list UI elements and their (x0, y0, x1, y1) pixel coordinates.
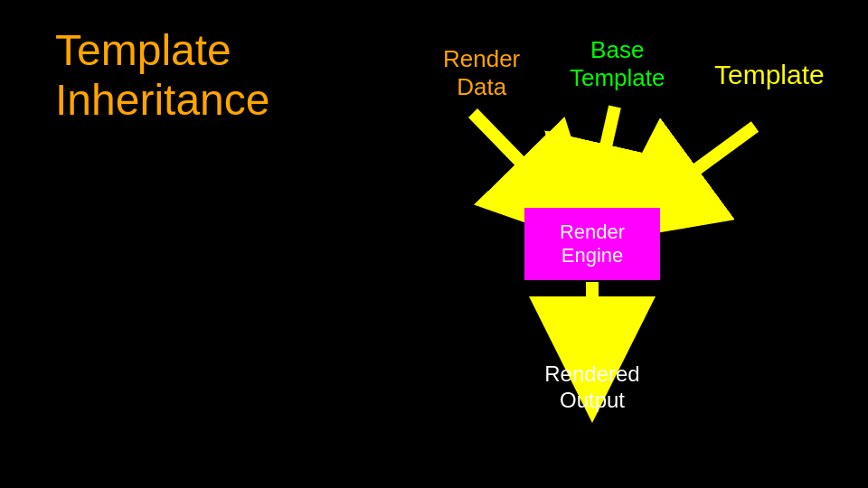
page-title: Template Inheritance (55, 25, 270, 125)
template-yellow-label: Template (714, 59, 825, 91)
rendered-output-label: Rendered Output (524, 361, 660, 414)
render-data-label: Render Data (443, 45, 520, 101)
base-template-label: Base Template (570, 36, 665, 92)
svg-line-2 (473, 113, 563, 206)
title-line1: Template (55, 26, 231, 74)
svg-line-3 (592, 107, 615, 206)
render-engine-label: Render Engine (560, 221, 625, 268)
render-engine-box: Render Engine (524, 208, 660, 280)
svg-line-4 (646, 127, 755, 206)
title-line2: Inheritance (55, 76, 270, 124)
diagram-area: Render Data Base Template Template Rende… (326, 0, 868, 488)
